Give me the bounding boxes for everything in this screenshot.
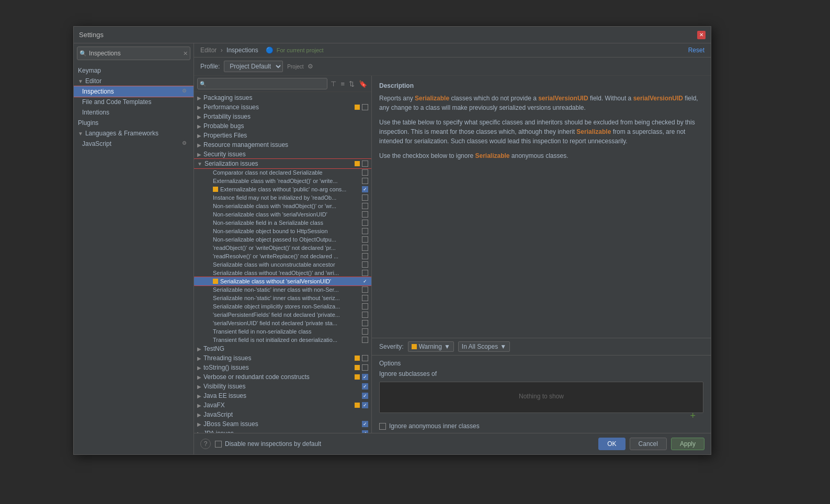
group-jboss[interactable]: ▶ JBoss Seam issues ✓ bbox=[194, 419, 371, 429]
group-verbose[interactable]: ▶ Verbose or redundant code constructs ✓ bbox=[194, 372, 371, 382]
cancel-button[interactable]: Cancel bbox=[630, 438, 667, 450]
non-serial-version-check[interactable] bbox=[362, 211, 368, 217]
java-ee-check[interactable]: ✓ bbox=[362, 393, 368, 399]
comparator-check[interactable] bbox=[362, 169, 368, 176]
insp-non-serial-readobj[interactable]: Non-serializable class with 'readObject(… bbox=[194, 202, 371, 210]
insp-no-serial-version[interactable]: Serializable class without 'serialVersio… bbox=[194, 277, 371, 285]
sort-icon[interactable]: ≡ bbox=[339, 79, 346, 89]
javafx-check[interactable]: ✓ bbox=[362, 402, 368, 408]
reset-button[interactable]: Reset bbox=[688, 47, 704, 54]
insp-non-serial-objout[interactable]: Non-serializable object passed to Object… bbox=[194, 235, 371, 244]
insp-version-not-priv[interactable]: 'serialVersionUID' field not declared 'p… bbox=[194, 319, 371, 327]
unconstructable-check[interactable] bbox=[362, 261, 368, 268]
insp-non-serial-version[interactable]: Non-serializable class with 'serialVersi… bbox=[194, 210, 371, 219]
non-static-inner2-check[interactable] bbox=[362, 295, 368, 301]
group-probable-bugs[interactable]: ▶ Probable bugs bbox=[194, 121, 371, 131]
insp-non-serial-field[interactable]: Non-serializable field in a Serializable… bbox=[194, 219, 371, 227]
sidebar-item-keymap[interactable]: Keymap bbox=[74, 65, 194, 76]
insp-non-static-inner[interactable]: Serializable non-'static' inner class wi… bbox=[194, 285, 371, 294]
insp-non-static-inner2[interactable]: Serializable non-'static' inner class wi… bbox=[194, 294, 371, 302]
transient-non-serial-check[interactable] bbox=[362, 328, 368, 335]
sidebar-search-box[interactable]: 🔍 ✕ bbox=[77, 47, 190, 60]
sidebar-item-plugins[interactable]: Plugins bbox=[74, 118, 194, 128]
insp-instance-field[interactable]: Instance field may not be initialized by… bbox=[194, 193, 371, 202]
close-button[interactable]: ✕ bbox=[697, 31, 706, 39]
no-serial-check[interactable]: ✓ bbox=[362, 278, 368, 284]
sidebar-item-languages-frameworks[interactable]: ▼ Languages & Frameworks bbox=[74, 128, 194, 139]
group-testng[interactable]: ▶ TestNG bbox=[194, 344, 371, 353]
version-check[interactable] bbox=[362, 320, 368, 326]
group-java-ee[interactable]: ▶ Java EE issues ✓ bbox=[194, 391, 371, 400]
group-javafx[interactable]: ▶ JavaFX ✓ bbox=[194, 400, 371, 410]
insp-externalizable-nopublic[interactable]: Externalizable class without 'public' no… bbox=[194, 185, 371, 193]
jboss-check[interactable]: ✓ bbox=[362, 421, 368, 427]
expand-icon[interactable]: ⇅ bbox=[348, 79, 356, 89]
no-readobj-check[interactable] bbox=[362, 270, 368, 276]
ok-button[interactable]: OK bbox=[598, 438, 625, 450]
insp-implicitly-stores[interactable]: Serializable object implicitly stores no… bbox=[194, 302, 371, 311]
visibility-check[interactable]: ✓ bbox=[362, 383, 368, 390]
group-packaging[interactable]: ▶ Packaging issues bbox=[194, 93, 371, 102]
persistent-check[interactable] bbox=[362, 312, 368, 318]
group-tostring[interactable]: ▶ toString() issues bbox=[194, 363, 371, 372]
ignore-anon-checkbox[interactable] bbox=[379, 423, 386, 430]
tree-search-input[interactable] bbox=[208, 81, 325, 87]
tostring-check[interactable] bbox=[362, 364, 368, 371]
serial-check[interactable] bbox=[362, 161, 368, 167]
sidebar-item-editor[interactable]: ▼ Editor bbox=[74, 76, 194, 86]
group-javascript-group[interactable]: ▶ JavaScript bbox=[194, 410, 371, 419]
breadcrumb: Editor › Inspections bbox=[200, 47, 258, 54]
search-clear-icon[interactable]: ✕ bbox=[183, 50, 188, 57]
non-serial-objout-check[interactable] bbox=[362, 236, 368, 243]
non-static-inner-check[interactable] bbox=[362, 287, 368, 293]
bookmark-icon[interactable]: 🔖 bbox=[358, 79, 368, 89]
group-properties-files[interactable]: ▶ Properties Files bbox=[194, 131, 371, 140]
insp-externalizable-readobj[interactable]: Externalizable class with 'readObject()'… bbox=[194, 177, 371, 185]
insp-non-serial-bound[interactable]: Non-serializable object bound to HttpSes… bbox=[194, 227, 371, 235]
insp-persistent-not-priv[interactable]: 'serialPersistentFields' field not decla… bbox=[194, 311, 371, 319]
insp-readobj-not-declared[interactable]: 'readObject()' or 'writeObject()' not de… bbox=[194, 244, 371, 252]
disable-new-inspections-checkbox[interactable] bbox=[215, 441, 222, 448]
externalizable-readobj-check[interactable] bbox=[362, 178, 368, 184]
sidebar-item-intentions[interactable]: Intentions bbox=[74, 107, 194, 118]
scope-select[interactable]: In All Scopes ▼ bbox=[458, 341, 510, 352]
group-jpa[interactable]: ▶ JPA issues ✓ bbox=[194, 429, 371, 433]
group-performance[interactable]: ▶ Performance issues bbox=[194, 102, 371, 112]
perf-check[interactable] bbox=[362, 104, 368, 110]
sidebar-search-input[interactable] bbox=[89, 50, 183, 57]
extnopublic-check[interactable]: ✓ bbox=[362, 186, 368, 192]
sidebar-item-file-code-templates[interactable]: File and Code Templates bbox=[74, 97, 194, 107]
help-button[interactable]: ? bbox=[200, 439, 211, 449]
non-serial-bound-check[interactable] bbox=[362, 228, 368, 234]
insp-transient-not-init[interactable]: Transient field is not initialized on de… bbox=[194, 336, 371, 344]
profile-select[interactable]: Project Default bbox=[224, 61, 283, 72]
implicitly-stores-check[interactable] bbox=[362, 303, 368, 310]
group-security[interactable]: ▶ Security issues bbox=[194, 150, 371, 159]
group-resource-mgmt[interactable]: ▶ Resource management issues bbox=[194, 140, 371, 150]
group-threading[interactable]: ▶ Threading issues bbox=[194, 353, 371, 363]
sidebar-item-inspections[interactable]: Inspections ⚙ bbox=[74, 86, 194, 97]
verbose-check[interactable]: ✓ bbox=[362, 374, 368, 380]
severity-select[interactable]: Warning ▼ bbox=[408, 341, 454, 352]
readobj-check[interactable] bbox=[362, 245, 368, 251]
insp-readresolve[interactable]: 'readResolve()' or 'writeReplace()' not … bbox=[194, 252, 371, 260]
apply-button[interactable]: Apply bbox=[671, 438, 704, 450]
insp-unconstructable[interactable]: Serializable class with unconstructable … bbox=[194, 260, 371, 269]
tree-search-box[interactable]: 🔍 bbox=[197, 78, 327, 89]
readresolve-check[interactable] bbox=[362, 253, 368, 259]
filter-icon[interactable]: ⊤ bbox=[329, 79, 337, 89]
transient-not-init-check[interactable] bbox=[362, 337, 368, 343]
group-visibility[interactable]: ▶ Visibility issues ✓ bbox=[194, 382, 371, 391]
insp-no-readobj[interactable]: Serializable class without 'readObject()… bbox=[194, 269, 371, 277]
add-subclass-button[interactable]: + bbox=[690, 410, 696, 421]
group-portability[interactable]: ▶ Portability issues bbox=[194, 112, 371, 121]
profile-gear-icon[interactable]: ⚙ bbox=[308, 63, 313, 70]
insp-comparator[interactable]: Comparator class not declared Serializab… bbox=[194, 168, 371, 177]
non-serial-field-check[interactable] bbox=[362, 220, 368, 226]
sidebar-item-javascript[interactable]: JavaScript ⚙ bbox=[74, 139, 194, 149]
insp-transient-non-serial[interactable]: Transient field in non-serializable clas… bbox=[194, 327, 371, 336]
group-serialization[interactable]: ▼ Serialization issues bbox=[194, 159, 371, 168]
threading-check[interactable] bbox=[362, 355, 368, 361]
non-serial-readobj-check[interactable] bbox=[362, 203, 368, 209]
instance-field-check[interactable] bbox=[362, 194, 368, 201]
